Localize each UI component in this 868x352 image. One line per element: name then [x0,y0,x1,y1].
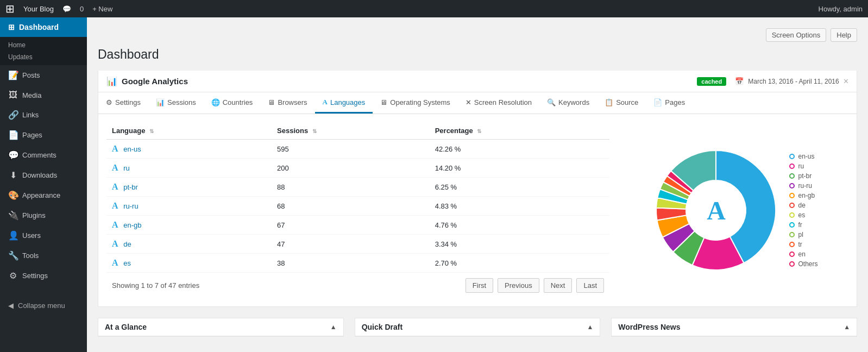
legend-item-en: en [789,250,817,258]
lang-name[interactable]: ru-ru [123,202,138,210]
sort-percentage-icon: ⇅ [477,128,481,134]
sidebar-appearance-label: Appearance [22,191,60,199]
legend-label-tr: tr [798,241,802,248]
first-page-button[interactable]: First [466,278,493,293]
wp-logo-icon: ⊞ [5,2,15,15]
legend-label-pt-br: pt-br [798,172,812,180]
analytics-content-area: Language ⇅ Sessions ⇅ Percentage ⇅ [98,114,857,306]
sidebar-item-downloads[interactable]: ⬇ Downloads [0,165,87,185]
tab-sessions[interactable]: 📊 Sessions [148,92,204,114]
lang-letter-icon: A [112,258,118,267]
sidebar-item-links[interactable]: 🔗 Links [0,105,87,125]
wordpress-news-toggle[interactable]: ▲ [844,323,850,331]
next-page-button[interactable]: Next [544,278,573,293]
legend-dot-en-us [789,154,795,159]
legend-dot-es [789,212,795,218]
sort-sessions-icon: ⇅ [312,128,317,134]
source-tab-label: Source [616,98,638,106]
analytics-tabs: ⚙ Settings 📊 Sessions 🌐 Countries 🖥 Brow… [98,92,857,114]
tab-pages[interactable]: 📄 Pages [646,92,693,114]
quick-draft-toggle[interactable]: ▲ [587,323,593,331]
at-a-glance-header: At a Glance ▲ [98,318,343,336]
pages-tab-label: Pages [665,98,685,106]
sidebar-plugins-label: Plugins [22,211,46,219]
lang-name[interactable]: en-us [123,145,141,153]
cached-badge: cached [697,77,726,86]
sidebar-item-home[interactable]: Home [8,39,87,51]
previous-page-button[interactable]: Previous [498,278,539,293]
main-content: Screen Options Help Dashboard 📊 Google A… [87,17,868,352]
col-sessions-label: Sessions [277,127,308,135]
sidebar-item-users[interactable]: 👤 Users [0,225,87,246]
os-tab-icon: 🖥 [380,98,387,106]
tab-settings[interactable]: ⚙ Settings [98,92,148,114]
lang-cell: A ru-ru [106,197,272,216]
close-button[interactable]: × [844,77,848,86]
chart-area: A en-us ru pt-br ru-ru en-gb de es fr [620,122,848,298]
settings-icon: ⚙ [8,271,18,281]
browsers-tab-icon: 🖥 [268,98,275,106]
tab-languages[interactable]: A Languages [315,92,373,114]
lang-cell: A de [106,235,272,254]
tab-countries[interactable]: 🌐 Countries [204,92,261,114]
showing-text: Showing 1 to 7 of 47 entries [112,281,461,290]
col-sessions[interactable]: Sessions ⇅ [272,122,430,140]
blog-name[interactable]: Your Blog [23,5,54,13]
sidebar-item-posts[interactable]: 📝 Posts [0,65,87,85]
tab-source[interactable]: 📋 Source [597,92,646,114]
sidebar-downloads-label: Downloads [22,171,57,179]
legend-item-fr: fr [789,221,817,229]
sidebar-item-updates[interactable]: Updates [8,51,87,63]
sidebar: ⊞ Dashboard Home Updates 📝 Posts 🖼 Media… [0,17,87,352]
legend-item-en-us: en-us [789,153,817,160]
lang-name[interactable]: pt-br [123,183,138,191]
collapse-menu-button[interactable]: ◀ Collapse menu [0,297,87,315]
sidebar-posts-label: Posts [22,71,40,79]
sidebar-links-label: Links [22,111,39,119]
tab-keywords[interactable]: 🔍 Keywords [539,92,597,114]
sidebar-item-tools[interactable]: 🔧 Tools [0,246,87,266]
percentage-cell: 4.76 % [430,216,609,235]
col-language[interactable]: Language ⇅ [106,122,272,140]
sessions-cell: 200 [272,159,430,178]
lang-name[interactable]: en-gb [123,221,141,229]
sidebar-item-comments[interactable]: 💬 Comments [0,145,87,165]
languages-table: Language ⇅ Sessions ⇅ Percentage ⇅ [106,122,609,273]
sidebar-item-media[interactable]: 🖼 Media [0,85,87,105]
sessions-cell: 88 [272,178,430,197]
sessions-cell: 595 [272,140,430,159]
sidebar-item-settings[interactable]: ⚙ Settings [0,266,87,286]
settings-tab-label: Settings [115,98,141,106]
languages-tab-label: Languages [330,98,365,106]
sidebar-item-plugins[interactable]: 🔌 Plugins [0,205,87,225]
last-page-button[interactable]: Last [576,278,604,293]
legend-dot-tr [789,242,795,247]
tab-browsers[interactable]: 🖥 Browsers [260,92,315,114]
donut-chart: A [651,145,781,275]
table-row: A en-gb 67 4.76 % [106,216,609,235]
col-language-label: Language [112,127,145,135]
legend-item-Others: Others [789,260,817,268]
sidebar-item-appearance[interactable]: 🎨 Appearance [0,185,87,205]
help-button[interactable]: Help [831,28,857,42]
col-percentage[interactable]: Percentage ⇅ [430,122,609,140]
lang-name[interactable]: ru [123,164,130,172]
bottom-widgets: At a Glance ▲ Quick Draft ▲ WordPress Ne… [98,318,857,337]
legend-item-tr: tr [789,241,817,248]
lang-name[interactable]: de [123,240,131,248]
new-button[interactable]: + New [92,5,112,13]
legend-label-ru: ru [798,162,804,170]
percentage-cell: 14.20 % [430,159,609,178]
sidebar-item-pages[interactable]: 📄 Pages [0,125,87,145]
at-a-glance-toggle[interactable]: ▲ [330,323,337,331]
tab-screen-resolution[interactable]: ✕ Screen Resolution [458,92,539,114]
legend-label-en: en [798,250,805,258]
legend-dot-en [789,252,795,257]
lang-name[interactable]: es [123,259,131,267]
sidebar-dashboard-header[interactable]: ⊞ Dashboard [0,17,87,37]
comment-icon[interactable]: 💬 [62,5,71,13]
screen-res-tab-icon: ✕ [466,98,471,106]
tab-operating-systems[interactable]: 🖥 Operating Systems [373,92,458,114]
sort-language-icon: ⇅ [149,128,154,134]
screen-options-button[interactable]: Screen Options [766,28,827,42]
